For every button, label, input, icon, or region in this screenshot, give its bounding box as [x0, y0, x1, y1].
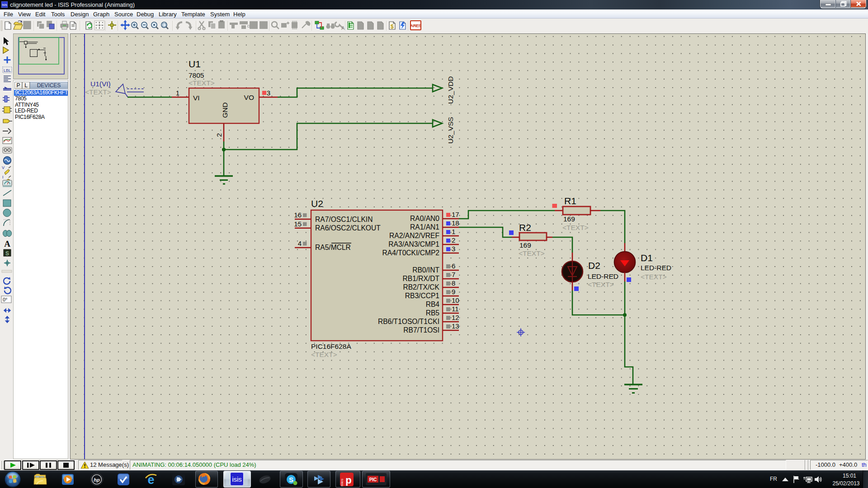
svg-text:9: 9: [452, 288, 455, 296]
svg-text:PIC16F628A: PIC16F628A: [311, 343, 351, 350]
svg-text:1: 1: [176, 89, 179, 97]
svg-text:6: 6: [452, 262, 455, 270]
svg-text:isis: isis: [2, 3, 7, 7]
svg-text:<TEXT>: <TEXT>: [189, 79, 215, 87]
svg-text:RA2/AN2/VREF: RA2/AN2/VREF: [389, 232, 439, 239]
svg-text:2: 2: [215, 133, 223, 137]
svg-text:RB3/CCP1: RB3/CCP1: [405, 292, 439, 300]
svg-text:RB2/TX/CK: RB2/TX/CK: [403, 283, 439, 291]
svg-text:7: 7: [452, 271, 455, 278]
svg-text:U1(VI): U1(VI): [90, 80, 111, 88]
svg-text:V: V: [2, 165, 5, 170]
svg-text:3: 3: [267, 89, 270, 97]
svg-text:13: 13: [452, 322, 459, 330]
svg-text:17: 17: [452, 211, 459, 218]
svg-text:U2: U2: [311, 198, 323, 209]
svg-text:U2_VSS: U2_VSS: [447, 117, 454, 144]
svg-text:RB4: RB4: [426, 300, 440, 308]
svg-text:RB0/INT: RB0/INT: [412, 266, 439, 274]
svg-text:2: 2: [452, 236, 455, 244]
svg-text:RA1/AN1: RA1/AN1: [410, 223, 439, 231]
svg-text:hp: hp: [94, 477, 100, 483]
svg-text:10: 10: [452, 296, 459, 304]
svg-text:18: 18: [452, 219, 459, 227]
svg-text:<TEXT>: <TEXT>: [85, 88, 111, 96]
svg-text:8: 8: [452, 279, 455, 287]
svg-text:RA4/T0CKI/CMP2: RA4/T0CKI/CMP2: [382, 249, 439, 257]
svg-text:11: 11: [452, 305, 459, 313]
svg-text:169: 169: [519, 241, 531, 249]
svg-text:VO: VO: [244, 94, 254, 101]
svg-text:GND: GND: [221, 103, 229, 118]
svg-text:R2: R2: [519, 222, 531, 233]
svg-text:RB5: RB5: [426, 309, 440, 317]
svg-text:A: A: [4, 239, 10, 249]
svg-text:<TEXT>: <TEXT>: [311, 351, 337, 358]
svg-text:RA3/AN3/CMP1: RA3/AN3/CMP1: [388, 240, 439, 248]
svg-text:RA6/OSC2/CLKOUT: RA6/OSC2/CLKOUT: [315, 224, 381, 232]
svg-text:isis: isis: [232, 475, 242, 483]
svg-text:<TEXT>: <TEXT>: [588, 281, 614, 288]
svg-text:RA7/OSC1/CLKIN: RA7/OSC1/CLKIN: [315, 216, 373, 223]
svg-text:15: 15: [294, 220, 302, 228]
svg-text:D2: D2: [588, 260, 600, 271]
svg-text:U2_VDD: U2_VDD: [447, 76, 454, 104]
svg-text:LBL: LBL: [4, 68, 11, 73]
svg-text:A: A: [341, 25, 345, 31]
svg-text:I: I: [2, 175, 4, 179]
svg-text:RA5/MCLR: RA5/MCLR: [315, 244, 351, 251]
svg-text:D1: D1: [641, 253, 653, 263]
svg-text:3: 3: [452, 245, 455, 253]
svg-text:<TEXT>: <TEXT>: [562, 224, 589, 231]
svg-text:<TEXT>: <TEXT>: [519, 249, 545, 257]
svg-text:$: $: [391, 23, 394, 30]
svg-text:RB1/RX/DT: RB1/RX/DT: [403, 275, 440, 282]
svg-text:12: 12: [452, 314, 459, 321]
svg-text:PIC: PIC: [369, 477, 377, 482]
svg-text:R1: R1: [564, 196, 576, 206]
svg-text:16: 16: [294, 211, 302, 219]
svg-text:4: 4: [298, 239, 302, 247]
svg-text:0°: 0°: [3, 297, 8, 302]
svg-text:VI: VI: [193, 94, 200, 102]
svg-text:RB6/T1OSO/T1CKI: RB6/T1OSO/T1CKI: [378, 318, 439, 325]
svg-text:ARES: ARES: [410, 23, 421, 28]
svg-text:U1: U1: [189, 59, 201, 69]
svg-text:169: 169: [563, 215, 575, 223]
svg-text:RA0/AN0: RA0/AN0: [410, 215, 439, 222]
svg-text:mikro: mikro: [340, 479, 344, 486]
svg-text:p: p: [345, 474, 351, 486]
svg-text:1: 1: [452, 228, 455, 235]
svg-text:LED-RED: LED-RED: [641, 264, 671, 272]
svg-text:S: S: [5, 250, 9, 257]
svg-text:7805: 7805: [189, 71, 204, 79]
svg-text:LED-RED: LED-RED: [588, 272, 618, 280]
svg-text:<TEXT>: <TEXT>: [641, 273, 667, 281]
svg-text:RB7/T1OSI: RB7/T1OSI: [403, 326, 439, 334]
svg-text:S: S: [289, 476, 293, 483]
